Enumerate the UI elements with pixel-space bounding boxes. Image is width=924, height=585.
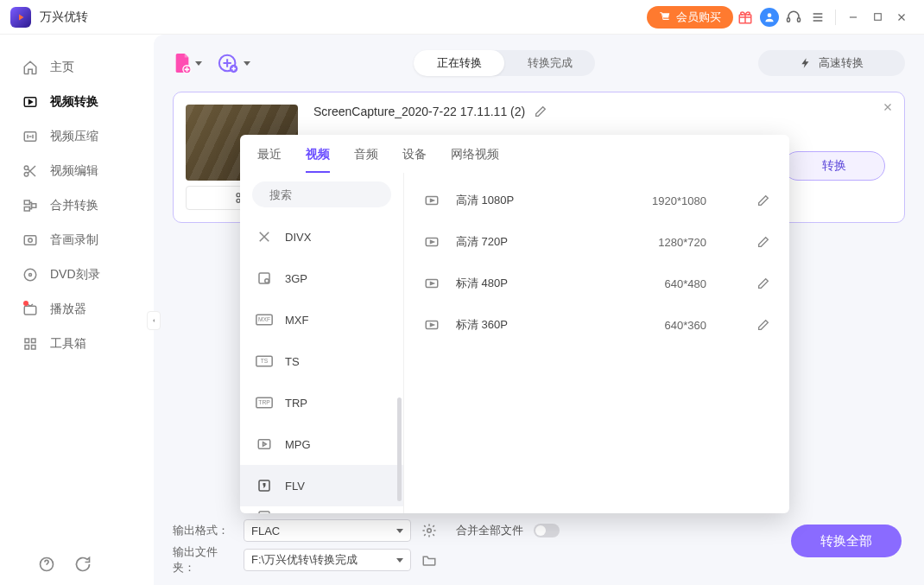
svg-point-7: [24, 166, 28, 170]
sidebar-item-label: 工具箱: [50, 336, 86, 352]
buy-membership-button[interactable]: 会员购买: [647, 6, 733, 29]
popover-tab-device[interactable]: 设备: [402, 147, 427, 173]
format-item-flv[interactable]: FLV: [240, 465, 403, 506]
disc-icon: [22, 267, 38, 283]
preset-row[interactable]: 标清 360P 640*360: [404, 304, 789, 346]
tab-converting[interactable]: 正在转换: [414, 50, 504, 76]
output-format-select[interactable]: FLAC: [244, 519, 411, 542]
format-search[interactable]: [252, 181, 391, 207]
grid-icon: [22, 336, 38, 352]
chevron-down-icon: [195, 61, 202, 66]
format-item-3gp[interactable]: 3GP: [240, 258, 403, 299]
edit-preset-icon[interactable]: [756, 194, 770, 207]
format-search-input[interactable]: [269, 188, 415, 201]
svg-rect-9: [24, 200, 29, 205]
add-folder-button[interactable]: [218, 53, 250, 73]
minimize-button[interactable]: [841, 5, 865, 29]
popover-tab-audio[interactable]: 音频: [354, 147, 378, 173]
sidebar-item-label: 视频编辑: [50, 163, 98, 179]
video-icon: [423, 275, 440, 292]
account-icon[interactable]: [757, 5, 782, 29]
svg-text:MXF: MXF: [258, 317, 270, 323]
cart-icon: [659, 11, 671, 23]
edit-preset-icon[interactable]: [756, 235, 770, 249]
sidebar-item-dvd[interactable]: DVD刻录: [0, 258, 154, 292]
sidebar-item-label: 音画录制: [50, 232, 98, 248]
svg-rect-4: [874, 14, 881, 21]
chevron-down-icon: [396, 529, 403, 533]
sidebar-item-video-edit[interactable]: 视频编辑: [0, 154, 154, 188]
sidebar-item-label: 主页: [50, 60, 74, 75]
svg-rect-16: [24, 306, 36, 315]
help-icon[interactable]: [38, 556, 55, 573]
feedback-icon[interactable]: [74, 556, 92, 573]
sidebar-item-merge[interactable]: 合并转换: [0, 188, 154, 223]
rename-icon[interactable]: [534, 105, 547, 118]
convert-all-button[interactable]: 转换全部: [791, 525, 902, 557]
sidebar-item-label: 视频转换: [50, 94, 98, 110]
svg-rect-12: [24, 236, 36, 245]
merge-icon: [22, 198, 38, 213]
svg-point-1: [768, 13, 772, 17]
sidebar-item-label: 播放器: [50, 302, 86, 317]
convert-button[interactable]: 转换: [783, 151, 885, 181]
sidebar-item-video-compress[interactable]: 视频压缩: [0, 119, 154, 154]
merge-all-label: 合并全部文件: [456, 523, 523, 538]
edit-preset-icon[interactable]: [756, 318, 770, 332]
compress-icon: [22, 129, 38, 144]
format-list[interactable]: DIVX 3GP MXFMXF TSTS TRPTRP MPG FLV F4V: [240, 216, 403, 513]
gift-icon[interactable]: [733, 5, 757, 29]
preset-row[interactable]: 高清 1080P 1920*1080: [404, 180, 789, 221]
svg-rect-11: [32, 204, 36, 208]
task-close-button[interactable]: [882, 101, 894, 113]
popover-tab-video[interactable]: 视频: [306, 147, 330, 173]
fast-convert-button[interactable]: 高速转换: [758, 50, 905, 76]
support-icon[interactable]: [782, 5, 806, 29]
svg-point-29: [265, 279, 269, 283]
format-scrollbar[interactable]: [397, 397, 402, 501]
app-logo: [10, 7, 31, 28]
output-folder-select[interactable]: F:\万兴优转\转换完成: [244, 549, 411, 571]
close-button[interactable]: [889, 5, 914, 29]
svg-rect-3: [798, 17, 801, 22]
preset-row[interactable]: 标清 480P 640*480: [404, 263, 789, 304]
sidebar-item-video-convert[interactable]: 视频转换: [0, 85, 154, 119]
app-name: 万兴优转: [40, 10, 88, 25]
popover-tab-webvideo[interactable]: 网络视频: [451, 147, 499, 173]
maximize-button[interactable]: [865, 5, 889, 29]
popover-tab-recent[interactable]: 最近: [257, 147, 282, 173]
open-folder-icon[interactable]: [421, 552, 437, 568]
output-folder-value: F:\万兴优转\转换完成: [251, 552, 358, 568]
menu-icon[interactable]: [806, 5, 830, 29]
format-item-divx[interactable]: DIVX: [240, 216, 403, 258]
chevron-down-icon: [396, 558, 403, 563]
sidebar-item-home[interactable]: 主页: [0, 50, 154, 85]
settings-icon[interactable]: [421, 523, 437, 538]
svg-rect-2: [788, 17, 790, 22]
home-icon: [22, 60, 38, 75]
video-convert-icon: [22, 94, 38, 110]
format-item-mpg[interactable]: MPG: [240, 423, 403, 465]
format-item-mxf[interactable]: MXFMXF: [240, 299, 403, 340]
add-folder-icon: [218, 53, 240, 73]
edit-preset-icon[interactable]: [756, 277, 770, 290]
format-item-trp[interactable]: TRPTRP: [240, 382, 403, 423]
svg-rect-38: [259, 512, 269, 513]
sidebar-item-label: 视频压缩: [50, 129, 98, 144]
popover-tabs: 最近 视频 音频 设备 网络视频: [240, 135, 789, 173]
add-file-button[interactable]: [173, 52, 202, 74]
sidebar-item-record[interactable]: 音画录制: [0, 223, 154, 258]
sidebar-collapse-handle[interactable]: [147, 311, 161, 330]
format-item-ts[interactable]: TSTS: [240, 340, 403, 382]
merge-all-toggle[interactable]: [534, 524, 560, 537]
tab-done[interactable]: 转换完成: [504, 50, 595, 76]
record-icon: [22, 232, 38, 248]
sidebar-item-player[interactable]: 播放器: [0, 292, 154, 327]
format-popover: 最近 视频 音频 设备 网络视频 DIVX 3GP MXFMXF TSTS TR…: [240, 135, 789, 513]
task-filename: ScreenCapture_2020-7-22 17.11.11 (2): [313, 105, 525, 118]
format-item-f4v[interactable]: F4V: [240, 506, 403, 513]
video-icon: [423, 316, 440, 334]
svg-point-8: [24, 173, 28, 177]
sidebar-item-toolbox[interactable]: 工具箱: [0, 327, 154, 361]
preset-row[interactable]: 高清 720P 1280*720: [404, 221, 789, 263]
